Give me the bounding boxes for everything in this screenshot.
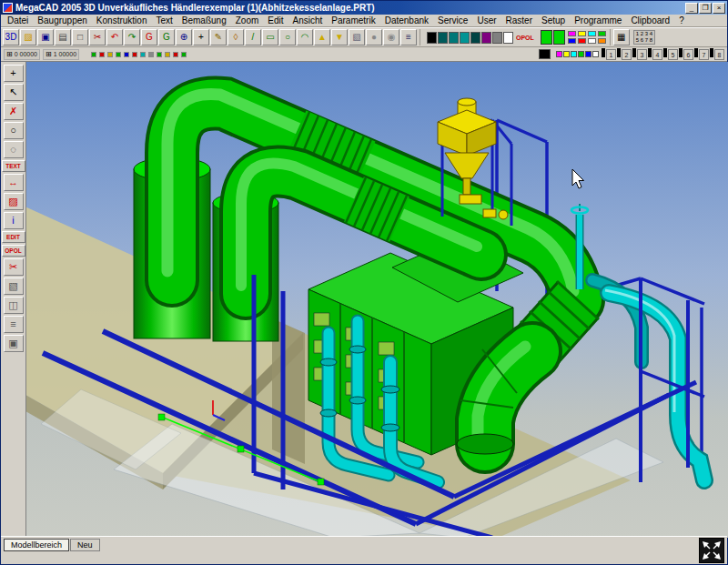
palette-dark-swatch-7[interactable] — [503, 32, 513, 44]
mid-mark-swatch-1[interactable] — [99, 52, 105, 57]
menu-item-datei[interactable]: Datei — [3, 15, 33, 26]
mid-mark-swatch-8[interactable] — [157, 52, 162, 57]
text-tool-button[interactable]: TEXT — [2, 160, 25, 172]
zoom-tool-icon[interactable]: ⊕ — [176, 29, 192, 45]
mid-mark-swatch-3[interactable] — [116, 52, 121, 57]
circle-tool-icon[interactable]: ○ — [4, 122, 24, 139]
maximize-button[interactable]: ❐ — [699, 3, 712, 14]
3d-viewport[interactable] — [26, 62, 728, 536]
palette-bright-swatch-3[interactable] — [598, 31, 606, 36]
coordinate-group-2[interactable]: ⊞ 1 00000 — [43, 49, 79, 60]
tab-modellbereich[interactable]: Modellbereich — [4, 539, 69, 551]
palette-dark-swatch-4[interactable] — [470, 32, 480, 44]
tab-neu[interactable]: Neu — [70, 539, 100, 551]
crosshair-tool-icon[interactable]: + — [4, 65, 24, 82]
mid-mark-swatch-9[interactable] — [165, 52, 170, 57]
menu-item-setup[interactable]: Setup — [537, 15, 570, 26]
cylinder3d-tool-icon[interactable]: ● — [366, 29, 382, 45]
line-tool-icon[interactable]: / — [245, 29, 261, 45]
boolean-tool-icon[interactable]: ≡ — [4, 316, 24, 333]
menu-item-bema-ung[interactable]: Bemaßung — [177, 15, 231, 26]
arc-tool-icon[interactable]: ◠ — [297, 29, 313, 45]
sphere3d-tool-icon[interactable]: ◉ — [383, 29, 399, 45]
menu-item-parametrik[interactable]: Parametrik — [327, 15, 379, 26]
dimension-tool-icon[interactable]: ↔ — [4, 174, 24, 191]
pan-tool-icon[interactable]: + — [193, 29, 209, 45]
palette-dark-swatch-3[interactable] — [460, 32, 470, 44]
layer-button-6[interactable]: 6 — [683, 49, 693, 60]
solid-cylinder-tool-icon[interactable]: ◫ — [4, 297, 24, 314]
palette-dark-swatch-0[interactable] — [427, 32, 437, 44]
mid-mark-swatch-6[interactable] — [140, 52, 146, 57]
opol-tool-button[interactable]: OPOL — [2, 245, 25, 257]
layer-button-2[interactable]: 2 — [622, 49, 632, 60]
menu-item-service[interactable]: Service — [433, 15, 472, 26]
mode-2d3d-icon[interactable]: 3D — [3, 29, 19, 45]
menu-item-programme[interactable]: Programme — [570, 15, 626, 26]
funnel-tool-icon[interactable]: ▼ — [331, 29, 348, 45]
select-tool-icon[interactable]: ↖ — [4, 84, 24, 101]
layer-button-3[interactable]: 3 — [637, 49, 647, 60]
g-undo-icon[interactable]: G — [141, 29, 157, 45]
palette-bright-swatch-1[interactable] — [578, 31, 586, 36]
layer-button-1[interactable]: 1 — [606, 49, 616, 60]
menu-item-clipboard[interactable]: Clipboard — [626, 15, 674, 26]
palette-green-swatch-1[interactable] — [553, 30, 565, 45]
mini-swatch-1[interactable] — [563, 51, 570, 57]
mini-swatch-2[interactable] — [571, 51, 577, 57]
rect-tool-icon[interactable]: ▭ — [262, 29, 278, 45]
save-icon[interactable]: ▣ — [37, 29, 54, 45]
menu-item-raster[interactable]: Raster — [501, 15, 537, 26]
mid-mark-swatch-7[interactable] — [148, 52, 154, 57]
palette-bright-swatch-7[interactable] — [598, 38, 606, 44]
solid-box-tool-icon[interactable]: ▧ — [4, 277, 24, 295]
layer-button-7[interactable]: 7 — [699, 49, 709, 60]
grid-display-icon[interactable]: ▦ — [613, 29, 630, 45]
layers-tool-icon[interactable]: ▣ — [4, 335, 24, 352]
mid-mark-swatch-11[interactable] — [181, 52, 187, 57]
minimize-button[interactable]: _ — [685, 3, 698, 14]
palette-bright-swatch-2[interactable] — [588, 31, 596, 36]
palette-bright-swatch-6[interactable] — [588, 38, 596, 44]
menu-item-datenbank[interactable]: Datenbank — [380, 15, 433, 26]
coordinate-group-1[interactable]: ⊞ 0 00000 — [4, 49, 40, 60]
layer-button-5[interactable]: 5 — [668, 49, 678, 60]
pencil-icon[interactable]: ✎ — [210, 29, 227, 45]
mid-mark-swatch-2[interactable] — [107, 52, 113, 57]
arc-tool-icon[interactable]: ◌ — [4, 141, 24, 158]
palette-dark-swatch-2[interactable] — [449, 32, 459, 44]
info-tool-icon[interactable]: i — [4, 212, 24, 229]
g-redo-icon[interactable]: G — [158, 29, 175, 45]
preview-icon[interactable]: □ — [72, 29, 88, 45]
palette-bright-swatch-4[interactable] — [568, 38, 576, 44]
menu-item-edit[interactable]: Edit — [263, 15, 288, 26]
eraser-icon[interactable]: ◊ — [228, 29, 244, 45]
menu-item-user[interactable]: User — [472, 15, 500, 26]
undo-icon[interactable]: ↶ — [106, 29, 123, 45]
print-icon[interactable]: ▤ — [55, 29, 71, 45]
menu-item-item[interactable]: ? — [674, 15, 689, 26]
mini-swatch-0[interactable] — [556, 51, 562, 57]
layer-button-4[interactable]: 4 — [652, 49, 662, 60]
cut-icon[interactable]: ✂ — [89, 29, 106, 45]
mini-swatch-5[interactable] — [592, 51, 599, 57]
prism-tool-icon[interactable]: ▲ — [314, 29, 330, 45]
layer-button-8[interactable]: 8 — [714, 49, 724, 60]
box3d-tool-icon[interactable]: ▧ — [349, 29, 365, 45]
layer-number-grid[interactable]: 1 2 3 4 5 6 7 8 — [633, 30, 655, 45]
palette-bright-swatch-5[interactable] — [578, 38, 586, 44]
active-color-swatch[interactable] — [539, 49, 551, 59]
palette-bright-swatch-0[interactable] — [568, 31, 576, 36]
scene-canvas[interactable] — [26, 62, 728, 538]
open-file-icon[interactable]: ▨ — [20, 29, 36, 45]
menu-item-zoom[interactable]: Zoom — [231, 15, 264, 26]
edit-tool-button[interactable]: EDIT — [2, 231, 25, 243]
menu-item-ansicht[interactable]: Ansicht — [288, 15, 328, 26]
view-navigation-pad[interactable] — [699, 538, 724, 563]
palette-green-swatch-0[interactable] — [541, 30, 552, 45]
menu-item-baugruppen[interactable]: Baugruppen — [33, 15, 92, 26]
trim-tool-icon[interactable]: ✂ — [4, 258, 24, 276]
mid-mark-swatch-5[interactable] — [132, 52, 137, 57]
palette-dark-swatch-6[interactable] — [492, 32, 502, 44]
mid-mark-swatch-0[interactable] — [91, 52, 96, 57]
